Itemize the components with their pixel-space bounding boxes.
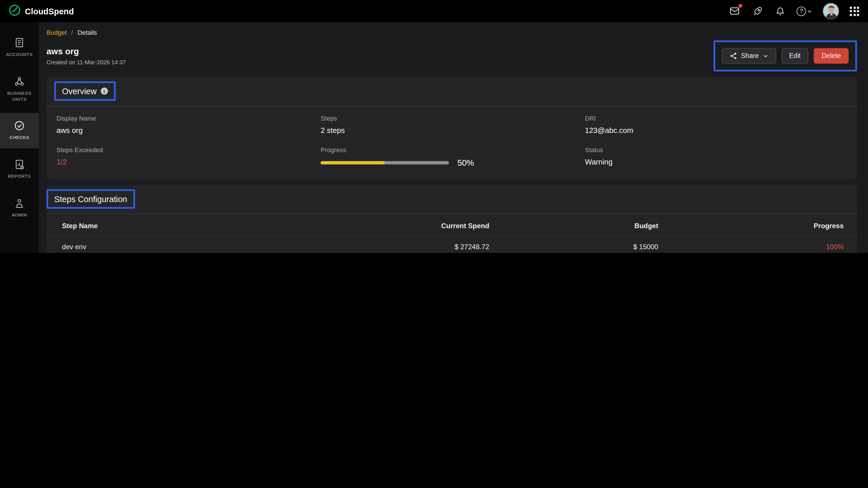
user-avatar[interactable] xyxy=(823,3,839,20)
checks-icon xyxy=(14,120,25,131)
actions-highlight-box: Share Edit Delete xyxy=(713,40,857,71)
apps-grid-icon[interactable] xyxy=(849,6,859,16)
sidebar: ACCOUNTS BUSINESS UNITS CHECKS xyxy=(0,22,39,253)
app-root: CloudSpend xyxy=(0,0,868,253)
sidebar-item-accounts[interactable]: ACCOUNTS xyxy=(0,30,39,65)
topbar: CloudSpend xyxy=(0,0,868,22)
brand[interactable]: CloudSpend xyxy=(9,4,74,18)
field-dri: DRI 123@abc.com xyxy=(585,115,849,134)
chevron-down-icon xyxy=(763,53,768,59)
column-step-name: Step Name xyxy=(46,214,258,237)
sidebar-item-admin[interactable]: ADMIN xyxy=(0,190,39,225)
chevron-down-icon xyxy=(807,9,812,13)
page-title: aws org xyxy=(46,47,126,57)
info-icon[interactable]: i xyxy=(100,88,107,95)
column-current-spend: Current Spend xyxy=(258,214,503,237)
cell-budget: $ 15000 xyxy=(503,237,672,253)
progress-bar xyxy=(321,161,449,164)
page-header: aws org Created on 11-Mar-2026 14:37 Sha… xyxy=(46,40,857,71)
share-button-label: Share xyxy=(741,52,759,60)
sidebar-item-business-units[interactable]: BUSINESS UNITS xyxy=(0,69,39,110)
breadcrumb-budget[interactable]: Budget xyxy=(46,29,67,36)
accounts-icon xyxy=(14,37,25,48)
overview-title-row: Overview i xyxy=(46,77,857,106)
page-title-block: aws org Created on 11-Mar-2026 14:37 xyxy=(46,47,126,65)
steps-title-row: Steps Configuration xyxy=(46,185,857,214)
feedback-icon[interactable] xyxy=(728,5,741,17)
rocket-icon[interactable] xyxy=(751,5,763,17)
overview-highlight-box: Overview i xyxy=(54,81,115,100)
brand-name: CloudSpend xyxy=(25,6,74,16)
main-content: Budget / Details aws org Created on 11-M… xyxy=(39,22,868,253)
column-progress: Progress xyxy=(672,214,857,237)
field-progress: Progress 50% xyxy=(321,147,585,167)
delete-button-label: Delete xyxy=(822,52,841,60)
field-steps: Steps 2 steps xyxy=(321,115,585,134)
sidebar-item-label: CHECKS xyxy=(9,135,29,141)
cell-step-name: dev env xyxy=(46,237,258,253)
breadcrumb: Budget / Details xyxy=(46,22,857,39)
steps-configuration-card: Steps Configuration Step Name Current Sp… xyxy=(46,185,857,253)
overview-fields: Display Name aws org Steps 2 steps DRI 1… xyxy=(46,106,857,179)
progress-bar-fill xyxy=(321,161,385,164)
steps-configuration-title: Steps Configuration xyxy=(54,194,127,204)
breadcrumb-separator: / xyxy=(71,29,73,36)
breadcrumb-details: Details xyxy=(78,29,97,36)
admin-icon xyxy=(14,197,25,209)
created-timestamp: Created on 11-Mar-2026 14:37 xyxy=(46,59,126,65)
steps-header-row: Step Name Current Spend Budget Progress xyxy=(46,214,857,237)
cloudspend-logo-icon xyxy=(9,4,20,18)
topbar-actions: ? xyxy=(728,3,859,20)
status-value: Warning xyxy=(585,158,849,166)
reports-icon xyxy=(14,159,25,170)
table-row-dev-env[interactable]: dev env $ 27248.72 $ 15000 100% xyxy=(46,237,857,253)
share-button[interactable]: Share xyxy=(722,48,776,64)
field-steps-exceeded: Steps Exceeded 1/2 xyxy=(57,147,321,167)
sidebar-item-label: REPORTS xyxy=(8,174,31,180)
share-icon xyxy=(730,52,737,60)
column-budget: Budget xyxy=(503,214,672,237)
cell-current-spend: $ 27248.72 xyxy=(258,237,503,253)
sidebar-item-reports[interactable]: REPORTS xyxy=(0,152,39,187)
progress-percent: 50% xyxy=(458,158,474,167)
question-mark-icon: ? xyxy=(797,6,806,16)
steps-highlight-box: Steps Configuration xyxy=(46,189,135,209)
bell-icon[interactable] xyxy=(774,5,786,17)
steps-table: Step Name Current Spend Budget Progress … xyxy=(46,214,857,253)
sidebar-item-label: BUSINESS UNITS xyxy=(2,91,37,103)
edit-button[interactable]: Edit xyxy=(781,48,808,64)
business-units-icon xyxy=(14,76,25,87)
field-status: Status Warning xyxy=(585,147,849,167)
overview-title: Overview xyxy=(62,86,97,96)
sidebar-item-checks[interactable]: CHECKS xyxy=(0,113,39,148)
field-display-name: Display Name aws org xyxy=(57,115,321,134)
help-icon[interactable]: ? xyxy=(797,6,812,16)
notification-dot xyxy=(739,4,743,7)
edit-button-label: Edit xyxy=(789,52,801,60)
overview-card: Overview i Display Name aws org Steps 2 … xyxy=(46,77,857,179)
sidebar-item-label: ACCOUNTS xyxy=(6,52,33,58)
cell-progress: 100% xyxy=(672,237,857,253)
sidebar-item-label: ADMIN xyxy=(12,213,27,219)
delete-button[interactable]: Delete xyxy=(814,48,849,64)
